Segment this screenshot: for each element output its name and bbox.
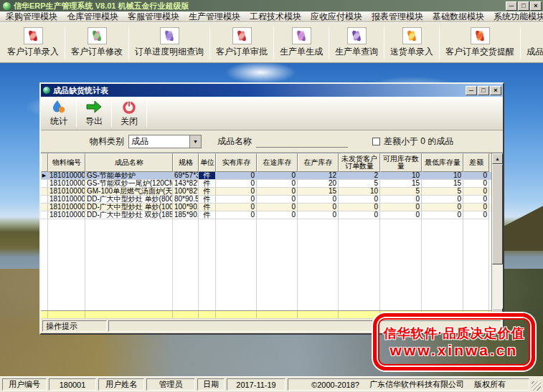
menu-item[interactable]: 基础数据模块 <box>433 11 484 23</box>
column-header[interactable]: 成品名称 <box>85 153 173 172</box>
table-cell[interactable]: 0 <box>380 196 422 204</box>
table-cell[interactable]: 20 <box>298 180 339 188</box>
scrollbar-track[interactable] <box>492 264 503 308</box>
column-header[interactable]: 未发货客户订单数量 <box>339 153 380 172</box>
table-cell[interactable]: 69*57*35 <box>173 172 199 180</box>
delivery-note-entry-button[interactable]: 送货单录入 <box>386 26 438 59</box>
menu-item[interactable]: 采购管理模块 <box>6 11 57 23</box>
scroll-up-icon[interactable]: ▲ <box>492 153 503 164</box>
table-cell[interactable]: GS-节能单炒炉 <box>85 172 173 180</box>
close-button[interactable]: × <box>530 1 542 11</box>
table-cell[interactable]: 件 <box>199 211 216 219</box>
column-header[interactable]: 单位 <box>199 153 216 172</box>
table-cell[interactable]: 0 <box>216 172 257 180</box>
table-cell[interactable]: 1810100006 <box>48 211 85 219</box>
vertical-scrollbar[interactable]: ▲ ▼ <box>491 153 503 319</box>
table-cell[interactable]: 15 <box>380 180 422 188</box>
column-header[interactable]: 差额 <box>463 153 489 172</box>
menu-item[interactable]: 工程技术模块 <box>250 11 301 23</box>
table-cell[interactable]: 185*90.5* <box>173 211 199 219</box>
menu-item[interactable]: 客服管理模块 <box>128 11 179 23</box>
table-cell[interactable]: 0 <box>422 204 463 211</box>
table-cell[interactable]: 100*90.5* <box>173 204 199 211</box>
table-cell[interactable]: 0 <box>463 188 489 196</box>
table-cell[interactable]: 0 <box>339 211 380 219</box>
table-cell[interactable]: 80*90.5*4 <box>173 196 199 204</box>
table-cell[interactable]: 0 <box>463 196 489 204</box>
customer-order-approve-button[interactable]: 客户订单审批 <box>212 26 272 59</box>
inner-minimize-button[interactable]: ─ <box>466 86 477 95</box>
resize-grip-icon[interactable] <box>532 381 541 391</box>
table-row[interactable]: 1810100004DD-广大中型炒灶 单炒(80CM)80*90.5*4件00… <box>41 196 491 204</box>
table-cell[interactable]: 10 <box>380 172 422 180</box>
column-header[interactable]: 在途库存 <box>257 153 298 172</box>
product-name-input[interactable] <box>256 135 348 148</box>
table-cell[interactable]: 0 <box>463 204 489 211</box>
table-cell[interactable]: 0 <box>380 211 422 219</box>
minimize-button[interactable]: ─ <box>506 1 517 11</box>
menu-item[interactable]: 仓库管理模块 <box>67 11 118 23</box>
table-cell[interactable]: 0 <box>257 172 298 180</box>
table-cell[interactable]: 件 <box>199 204 216 211</box>
table-cell[interactable]: 件 <box>199 180 216 188</box>
table-cell[interactable]: 件 <box>199 196 216 204</box>
shortage-report-button[interactable]: 成品缺货统计表 <box>522 26 543 59</box>
table-cell[interactable]: 1810100004 <box>48 196 85 204</box>
table-cell[interactable]: 10 <box>339 188 380 196</box>
customer-order-entry-button[interactable]: 客户订单录入 <box>3 26 63 59</box>
column-header[interactable]: 在产库存 <box>298 153 339 172</box>
table-cell[interactable]: DD-广大中型炒灶 单炒(80CM) <box>85 196 173 204</box>
table-cell[interactable]: GM-100单层燃气汤面炉(天然气 <box>85 188 173 196</box>
order-progress-query-button[interactable]: 订单进度明细查询 <box>131 26 208 59</box>
table-cell[interactable]: 15 <box>298 188 339 196</box>
table-row[interactable]: 1810100002GS-节能双炒一尾炉(120CM)143*82*40件002… <box>41 180 491 188</box>
table-cell[interactable]: 0 <box>463 180 489 188</box>
table-cell[interactable]: 0 <box>463 172 489 180</box>
scrollbar-thumb[interactable] <box>492 164 503 264</box>
chevron-down-icon[interactable]: ▼ <box>189 135 201 148</box>
column-header[interactable]: 物料编号 <box>48 153 85 172</box>
table-cell[interactable]: 0 <box>298 196 339 204</box>
maximize-button[interactable]: □ <box>518 1 529 11</box>
table-row[interactable]: 1810100006DD-广大中型炒灶 双炒(185C185*90.5*件000… <box>41 211 491 219</box>
table-cell[interactable]: 1810100001 <box>48 172 85 180</box>
table-row[interactable]: ▶1810100001GS-节能单炒炉69*57*35件0012210100 <box>41 172 491 180</box>
table-cell[interactable]: 0 <box>257 211 298 219</box>
table-cell[interactable]: 0 <box>257 180 298 188</box>
table-cell[interactable]: 143*82*40 <box>173 180 199 188</box>
table-cell[interactable]: 件 <box>199 172 216 180</box>
column-header[interactable]: 实有库存 <box>216 153 257 172</box>
table-cell[interactable]: 2 <box>339 172 380 180</box>
table-cell[interactable]: 12 <box>298 172 339 180</box>
table-cell[interactable]: 5 <box>339 180 380 188</box>
table-cell[interactable]: 1810100003 <box>48 188 85 196</box>
table-cell[interactable]: 0 <box>422 211 463 219</box>
menu-item[interactable]: 应收应付模块 <box>311 11 362 23</box>
table-cell[interactable]: 件 <box>199 188 216 196</box>
table-cell[interactable]: 0 <box>257 188 298 196</box>
table-cell[interactable]: 15 <box>422 180 463 188</box>
table-cell[interactable]: 1810100002 <box>48 180 85 188</box>
stat-button[interactable]: 统计 <box>42 98 75 128</box>
inner-maximize-button[interactable]: □ <box>478 86 489 95</box>
table-cell[interactable]: 1810100005 <box>48 204 85 211</box>
table-cell[interactable]: 5 <box>422 188 463 196</box>
production-order-create-button[interactable]: 生产单生成 <box>275 26 327 59</box>
production-order-query-button[interactable]: 生产单查询 <box>331 26 382 59</box>
table-cell[interactable]: 0 <box>422 196 463 204</box>
table-cell[interactable]: 5 <box>380 188 422 196</box>
inner-titlebar[interactable]: 成品缺货统计表 ─ □ × <box>41 84 503 97</box>
menu-item[interactable]: 生产管理模块 <box>189 11 240 23</box>
close-window-button[interactable]: 关闭 <box>113 98 146 128</box>
table-cell[interactable]: 0 <box>257 204 298 211</box>
table-cell[interactable]: 0 <box>216 180 257 188</box>
table-cell[interactable]: 0 <box>257 196 298 204</box>
table-cell[interactable]: GS-节能双炒一尾炉(120CM) <box>85 180 173 188</box>
table-row[interactable]: 1810100003GM-100单层燃气汤面炉(天然气100*82*50件001… <box>41 188 491 196</box>
material-category-select[interactable]: 成品 ▼ <box>128 135 202 148</box>
table-cell[interactable]: 0 <box>298 211 339 219</box>
table-cell[interactable]: 0 <box>216 204 257 211</box>
table-cell[interactable]: DD-广大中型炒灶 单炒(100C <box>85 204 173 211</box>
customer-order-edit-button[interactable]: 客户订单修改 <box>67 26 127 59</box>
diff-filter-checkbox[interactable] <box>372 138 380 145</box>
